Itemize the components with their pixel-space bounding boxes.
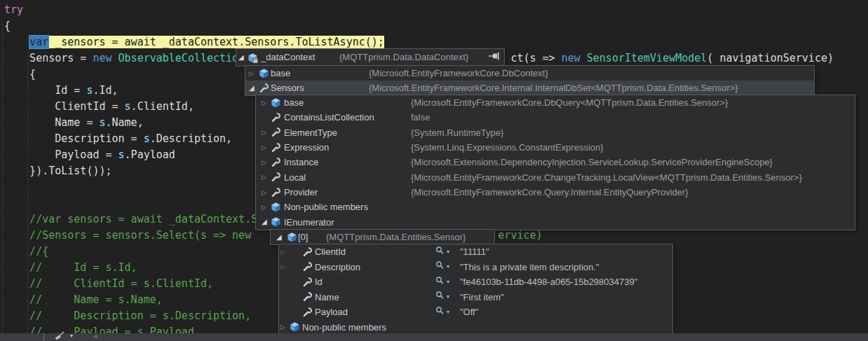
row-label: Provider (284, 185, 318, 200)
collapse-expander-icon[interactable]: ◢ (249, 85, 255, 92)
code-token: { (29, 68, 36, 81)
expand-expander-icon[interactable]: ▷ (262, 174, 266, 181)
scroll-left-arrow-icon[interactable]: ◀ (93, 333, 97, 340)
selected-word: var (29, 36, 48, 48)
code-token: new (562, 52, 581, 64)
datatip-root: ◢ _dataContext{MQTTprism.Data.DataContex… (236, 48, 505, 67)
expand-expander-icon[interactable]: ▷ (280, 264, 285, 270)
visualizer-dropdown-icon[interactable]: ▾ (447, 305, 449, 320)
datatip-row[interactable]: Payload ▾"Off" (279, 305, 672, 320)
code-line[interactable]: try (0, 2, 868, 18)
code-line[interactable]: { (0, 18, 868, 34)
property-icon (271, 113, 281, 123)
visualizer-dropdown-icon[interactable]: ▾ (447, 274, 449, 290)
datatip-row[interactable]: ▷ Local{Microsoft.EntityFrameworkCore.Ch… (256, 170, 855, 185)
scrollbar-splitter (43, 333, 44, 341)
datatip-row[interactable]: Id ▾"fe46103b-11db-4498-a065-15b29803473… (279, 274, 672, 290)
pin-to-source-icon[interactable] (489, 49, 501, 66)
members-icon (271, 202, 281, 213)
magnifier-icon[interactable] (435, 290, 445, 305)
code-token: Description = (55, 132, 143, 145)
code-token: try (4, 4, 23, 16)
collapse-expander-icon[interactable]: ◢ (238, 54, 244, 61)
code-token: ObservableCollection (118, 52, 245, 64)
datatip-datacontext-members: ▷ base{Microsoft.EntityFrameworkCore.DbC… (245, 65, 815, 96)
visualizer-dropdown-icon[interactable]: ▾ (447, 290, 449, 305)
property-icon (302, 262, 313, 272)
datatip-row[interactable]: ▷ base{Microsoft.EntityFrameworkCore.DbQ… (256, 95, 855, 110)
datatip-row[interactable]: ▷ base{Microsoft.EntityFrameworkCore.DbC… (245, 66, 814, 81)
datatip-row[interactable]: ▷ ElementType{System.RuntimeType} (256, 125, 855, 140)
collapse-expander-icon[interactable]: ◢ (276, 234, 282, 241)
code-token: //Sensors = sensors.Select(s => new (29, 229, 257, 242)
visualizer-dropdown-icon[interactable]: ▾ (447, 244, 449, 260)
property-icon (302, 307, 313, 317)
datatip-sensor-item-members: ▷ ClientId ▾"11111"▷ Description ▾"This … (278, 244, 673, 335)
datatip-row[interactable]: ContainsListCollectionfalse (256, 110, 855, 125)
row-value: {System.RuntimeType} (411, 125, 503, 140)
property-icon (271, 142, 281, 153)
expand-expander-icon[interactable]: ▷ (262, 144, 266, 151)
row-value: "11111" (460, 244, 489, 260)
magnifier-icon[interactable] (435, 274, 445, 290)
field-icon (259, 68, 269, 78)
row-label: IEnumerator (284, 215, 334, 230)
row-label: Description (315, 260, 360, 275)
datatip-row[interactable]: ◢ Sensors{Microsoft.EntityFrameworkCore.… (245, 81, 814, 95)
expand-expander-icon[interactable]: ▷ (280, 249, 285, 255)
row-label: Expression (284, 140, 329, 155)
row-value: "First item" (460, 290, 504, 305)
datatip-row[interactable]: ▷ Non-public members (256, 200, 855, 214)
code-token: ( navigationService) (707, 52, 834, 64)
datatip-row[interactable]: ▷ Expression{System.Linq.Expressions.Con… (256, 140, 855, 155)
code-token: .Payload (125, 148, 175, 161)
magnifier-icon[interactable] (435, 244, 445, 260)
datatip-row[interactable]: ▷ Provider{Microsoft.EntityFrameworkCore… (256, 185, 855, 200)
collapse-expander-icon[interactable]: ◢ (262, 218, 267, 225)
expand-expander-icon[interactable]: ▷ (262, 189, 266, 195)
code-cleanup-dropdown-icon[interactable]: ▾ (70, 333, 73, 339)
row-label: Sensors (271, 81, 304, 95)
expand-expander-icon[interactable]: ▷ (262, 130, 266, 136)
code-token: ct(s => (510, 52, 561, 64)
expand-expander-icon[interactable]: ▷ (249, 70, 254, 76)
code-token: .ClientId, (131, 100, 194, 113)
datatip-row[interactable]: ▷ ClientId ▾"11111" (279, 244, 672, 260)
datatip-row[interactable]: ▷ Description ▾"This is a private item d… (279, 260, 672, 275)
property-icon (302, 246, 313, 257)
property-icon (302, 277, 313, 287)
code-cleanup-broom-icon[interactable] (53, 331, 65, 341)
magnifier-icon[interactable] (435, 305, 445, 320)
row-label: Non-public members (302, 320, 386, 335)
expand-expander-icon[interactable]: ▷ (280, 324, 285, 330)
expand-expander-icon[interactable]: ▷ (262, 99, 266, 106)
code-token: // Id = s.Id, (29, 261, 137, 274)
expand-expander-icon[interactable]: ▷ (262, 160, 266, 166)
code-token: { (4, 20, 11, 32)
code-token (112, 52, 118, 64)
row-label: ClientId (315, 244, 346, 260)
magnifier-icon[interactable] (435, 260, 445, 275)
code-token: .Id, (93, 84, 118, 97)
property-icon (271, 187, 281, 197)
visualizer-dropdown-icon[interactable]: ▾ (447, 260, 449, 275)
datatip-row[interactable]: ▷ Non-public members (279, 320, 672, 335)
code-token: .Name, (105, 116, 143, 129)
code-token: Name = (55, 116, 99, 129)
expand-expander-icon[interactable]: ▷ (262, 204, 266, 211)
row-label: base (271, 66, 290, 81)
horizontal-scrollbar[interactable]: ▾ ◀ (0, 333, 868, 341)
row-label: [0] (298, 230, 308, 244)
row-label: ElementType (284, 125, 337, 140)
datatip-row[interactable]: ◢ _dataContext{MQTTprism.Data.DataContex… (236, 49, 504, 66)
row-value: false (411, 110, 430, 125)
row-label: Instance (284, 155, 318, 169)
row-value: {MQTTprism.Data.Entities.Sensor} (326, 230, 466, 244)
field-icon (271, 97, 281, 108)
code-token: Sensors = (29, 52, 93, 64)
code-token: Payload = (55, 148, 118, 161)
datatip-row[interactable]: ◢ [0]{MQTTprism.Data.Entities.Sensor} (271, 230, 494, 244)
datatip-row[interactable]: ▷ Instance{Microsoft.Extensions.Dependen… (256, 155, 855, 169)
datatip-row[interactable]: Name ▾"First item" (279, 290, 672, 305)
datatip-row[interactable]: ◢ IEnumerator (256, 215, 855, 230)
